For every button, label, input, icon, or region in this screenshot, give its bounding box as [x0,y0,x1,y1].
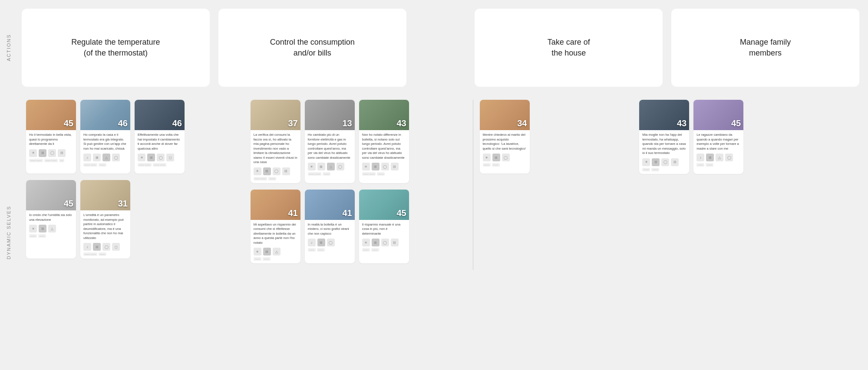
card-tags: —— —— [642,168,686,171]
card-text: Effettivamente una volta che hai imposta… [138,133,182,151]
card-tag: — [59,159,64,162]
persona-card[interactable]: 46 Ho comprato la casa e il termostato e… [80,100,130,174]
persona-card[interactable]: 45 Le ragazze cambiano da quando a quand… [693,100,743,174]
actions-label: ACTIONS [0,0,17,95]
persona-card[interactable]: 45 Il risparmio manuale è una cosa in pi… [359,190,409,264]
persona-card[interactable]: 43 Mia moglie non ha l'app del termostat… [639,100,689,174]
card-tags: —— —— [696,163,740,167]
card-icon: ♪ [308,239,316,246]
card-icon: ⊞ [263,248,271,255]
card-icon: ☀ [483,154,491,161]
actions-row: Regulate the temperature(of the thermost… [22,9,859,87]
card-number: 31 [118,199,128,209]
column-consumption: 37 La verifica dei consumi la faccio ora… [246,100,471,270]
cards-row-family-1: 43 Mia moglie non ha l'app del termostat… [639,100,855,174]
card-image: 31 [80,180,130,210]
card-icon: ☀ [642,158,650,166]
card-body: Mi aspettavo un risparmio dei consumi ch… [251,220,300,264]
section-divider-v [473,100,473,270]
card-icons-row: ☀ ⊞ △ [29,225,73,232]
card-image: 46 [135,100,185,130]
column-thermostat: 45 Ho il termostato in bella vista, quas… [22,100,246,270]
card-number: 41 [288,208,298,218]
card-icons-row: ☀ ⊞ △ [254,248,297,255]
card-body: Ho cambiato più di un fornitore elettric… [305,130,355,183]
card-number: 46 [172,118,182,128]
card-body: Effettivamente una volta che hai imposta… [135,130,185,174]
card-image: 45 [26,100,76,130]
card-icon: ◯ [381,163,389,170]
card-icon: ◯ [502,154,510,161]
card-body: Il risparmio manuale è una cosa in più, … [359,220,409,264]
cards-row-thermostat-1: 45 Ho il termostato in bella vista, quas… [26,100,242,174]
card-text: Ho cambiato più di un fornitore elettric… [308,133,352,160]
column-house: 34 Mentre chiedevo al marito del prossim… [475,100,635,270]
card-number: 41 [343,208,352,218]
card-icon: ◯ [102,243,110,251]
card-icon: ⊟ [671,158,679,166]
card-text: L'umidità è un parametro monitorato, ad … [83,213,127,240]
card-tag: —— [651,168,659,171]
persona-card[interactable]: 37 La verifica dei consumi la faccio ora… [251,100,300,183]
persona-card[interactable]: 45 Io credo che l'umidità sia solo una r… [26,180,76,259]
persona-card[interactable]: 41 Mi aspettavo un risparmio dei consumi… [251,190,300,264]
card-image: 45 [359,190,409,220]
persona-card[interactable]: 34 Mentre chiedevo al marito del prossim… [480,100,530,174]
card-tag: —— [268,177,276,180]
card-tags: —— —— —— [83,163,127,167]
action-card-manage[interactable]: Manage familymembers [671,9,859,87]
card-icons-row: ☀ ⊞ ◯ ⊟ [29,149,73,157]
card-body: L'umidità è un parametro monitorato, ad … [80,210,130,259]
card-icon: ☀ [29,149,37,157]
card-icon: ⊞ [372,239,380,246]
card-number: 37 [288,118,298,128]
card-tag: —— —— [254,177,267,180]
card-image: 45 [693,100,743,130]
card-icon: ☀ [362,163,370,170]
card-icon: ☀ [138,154,145,161]
card-icon: ◯ [112,154,120,161]
card-text: Mia moglie non ha l'app del termostato, … [642,133,686,156]
dynamic-selves-label: DYNAMIC SELVES [0,95,17,370]
card-icon: ⊟ [282,167,290,175]
card-icon: ⊞ [706,154,714,161]
card-number: 45 [731,118,741,128]
card-icons-row: ☀ ⊞ △ ◯ [308,163,352,170]
action-card-title-take-care: Take care ofthe house [548,37,590,59]
card-icons-row: ♪ ⊞ △ ◯ [696,154,740,161]
card-icon: ⊟ [391,239,399,246]
persona-card[interactable]: 41 In realtà la bolletta è un mistero, c… [305,190,355,264]
card-icon: ⊟ [58,149,66,157]
card-icon: ⊞ [39,149,46,157]
action-card-take-care[interactable]: Take care ofthe house [475,9,663,87]
card-icon: ☀ [254,248,261,255]
persona-card[interactable]: 31 L'umidità è un parametro monitorato, … [80,180,130,259]
card-icon: ◻ [166,154,174,161]
persona-card[interactable]: 13 Ho cambiato più di un fornitore elett… [305,100,355,183]
card-icons-row: ♪ ⊞ ◯ ◻ [83,243,127,251]
card-tag: —— [696,163,704,167]
card-tags: —— —— —— —— — [29,159,73,162]
card-number: 34 [517,118,527,128]
action-card-title-manage: Manage familymembers [740,37,791,59]
card-tag: —— [323,172,330,176]
action-card-title-control: Control the consumptionand/or bills [270,37,355,59]
card-body: La verifica dei consumi la faccio ora sì… [251,130,300,183]
persona-card[interactable]: 46 Effettivamente una volta che hai impo… [135,100,185,174]
card-image: 41 [251,190,300,220]
card-body: Non ho notato differenze in bolletta, si… [359,130,409,183]
card-tag: —— [263,257,271,261]
card-tag: —— [642,168,650,171]
card-icon: △ [48,225,56,232]
card-tags: —— —— —— [362,172,406,176]
persona-card[interactable]: 45 Ho il termostato in bella vista, quas… [26,100,76,174]
column-family: 43 Mia moglie non ha l'app del termostat… [635,100,859,270]
card-tags: —— —— —— [254,177,297,180]
persona-card[interactable]: 43 Non ho notato differenze in bolletta,… [359,100,409,183]
action-card-regulate[interactable]: Regulate the temperature(of the thermost… [22,9,210,87]
action-card-control[interactable]: Control the consumptionand/or bills [218,9,406,87]
card-tag: —— —— [29,159,43,162]
card-tags: —— —— —— [308,172,352,176]
card-tags: —— —— [483,163,527,167]
card-body: Ho comprato la casa e il termostato era … [80,130,130,174]
